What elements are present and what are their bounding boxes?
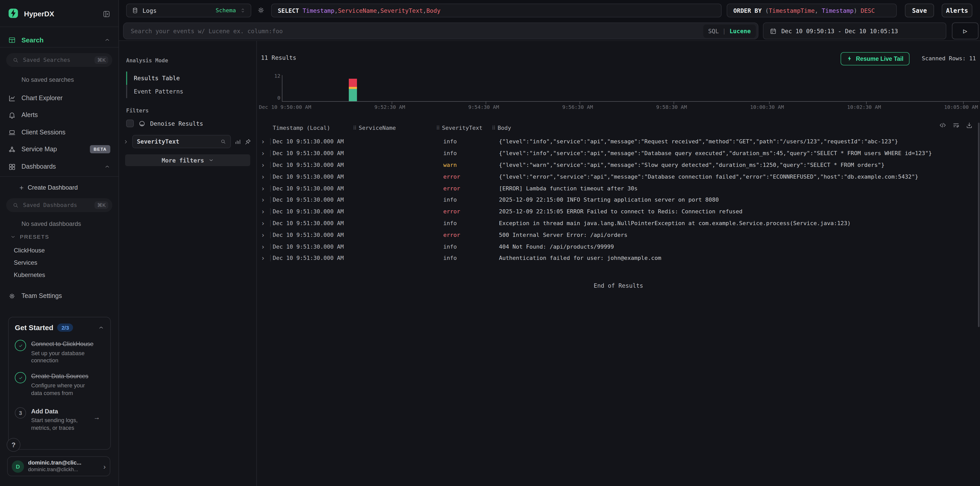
table-row[interactable]: › Dec 10 9:51:30.000 AM info 404 Not Fou… <box>257 241 980 252</box>
collapse-sidebar-icon[interactable] <box>103 10 110 18</box>
row-expand-chevron[interactable]: › <box>261 138 265 146</box>
sidebar-item-chart-explorer[interactable]: Chart Explorer <box>0 91 118 105</box>
table-row[interactable]: › Dec 10 9:51:30.000 AM error 2025-12-09… <box>257 206 980 218</box>
query-language-toggle[interactable]: SQL | Lucene <box>703 24 756 38</box>
preset-item-clickhouse[interactable]: ClickHouse <box>14 245 45 255</box>
saved-dashboards-input[interactable] <box>23 202 91 209</box>
sql-option[interactable]: SQL <box>708 27 719 35</box>
analysis-option-event-patterns[interactable]: Event Patterns <box>126 85 249 98</box>
dashboards-grid-icon <box>8 163 16 170</box>
filters-title: Filters <box>126 107 149 113</box>
table-row[interactable]: › Dec 10 9:51:30.000 AM info 2025-12-09 … <box>257 194 980 206</box>
analysis-option-results-table[interactable]: Results Table <box>126 72 249 85</box>
column-header-timestamp[interactable]: Timestamp (Local) <box>273 125 330 135</box>
drag-grip-icon[interactable]: ⠿ <box>492 125 496 131</box>
row-expand-chevron[interactable]: › <box>261 231 265 239</box>
row-expand-chevron[interactable]: › <box>261 161 265 169</box>
row-expand-chevron[interactable]: › <box>261 255 265 262</box>
table-row[interactable]: › Dec 10 9:51:30.000 AM error 500 Intern… <box>257 229 980 241</box>
search-events-input[interactable] <box>124 27 703 35</box>
get-started-step-connect[interactable]: Connect to ClickHouse Set up your databa… <box>15 339 104 365</box>
row-body: {"level":"error","service":"api","messag… <box>499 174 918 180</box>
row-expand-chevron[interactable]: › <box>261 243 265 250</box>
select-query-input[interactable]: SELECT Timestamp,ServiceName,SeverityTex… <box>271 3 722 18</box>
schema-value: Schema <box>216 7 236 14</box>
chevron-right-icon[interactable] <box>123 139 129 144</box>
row-expand-chevron[interactable]: › <box>261 150 265 157</box>
histogram[interactable] <box>282 76 979 101</box>
date-range-picker[interactable]: Dec 10 09:50:13 - Dec 10 10:05:13 <box>763 22 946 39</box>
table-row[interactable]: › Dec 10 9:51:30.000 AM error {"level":"… <box>257 171 980 183</box>
alerts-button[interactable]: Alerts <box>942 3 972 18</box>
column-header-servicename[interactable]: ⠿ServiceName <box>353 125 396 135</box>
row-expand-chevron[interactable]: › <box>261 185 265 192</box>
saved-searches-input[interactable] <box>23 57 91 64</box>
severity-filter-field[interactable]: SeverityText <box>132 135 231 148</box>
table-row[interactable]: › Dec 10 9:51:30.000 AM info Authenticat… <box>257 252 980 264</box>
table-row[interactable]: › Dec 10 9:51:30.000 AM warn {"level":"w… <box>257 159 980 171</box>
row-expand-chevron[interactable]: › <box>261 208 265 215</box>
wrap-text-icon[interactable] <box>953 122 959 129</box>
drag-grip-icon[interactable]: ⠿ <box>353 125 357 131</box>
table-row[interactable]: › Dec 10 9:51:30.000 AM info {"level":"i… <box>257 148 980 159</box>
order-by-input[interactable]: ORDER BY (TimestampTime, Timestamp) DESC <box>727 3 897 18</box>
search-icon[interactable] <box>220 139 226 145</box>
chevron-up-icon[interactable] <box>104 37 110 43</box>
search-events-bar[interactable]: SQL | Lucene <box>123 22 758 39</box>
row-timestamp: Dec 10 9:51:30.000 AM <box>273 208 344 215</box>
resume-live-tail-button[interactable]: Resume Live Tail <box>841 52 910 65</box>
sidebar-item-alerts[interactable]: Alerts <box>0 108 118 122</box>
query-token: TimestampTime <box>769 7 815 14</box>
run-query-play-button[interactable]: ▷ <box>952 22 978 39</box>
source-select[interactable]: Logs Schema <box>126 3 251 18</box>
column-header-body[interactable]: ⠿Body <box>492 125 511 135</box>
more-filters-button[interactable]: More filters <box>125 155 250 166</box>
table-row[interactable]: › Dec 10 9:51:30.000 AM info {"level":"i… <box>257 136 980 148</box>
get-started-step-add-data[interactable]: 3 Add Data Start sending logs, metrics, … <box>15 406 104 432</box>
table-row[interactable]: › Dec 10 9:51:30.000 AM error [ERROR] La… <box>257 182 980 194</box>
pin-icon[interactable] <box>245 138 251 145</box>
row-expand-chevron[interactable]: › <box>261 220 265 227</box>
source-settings-gear-icon[interactable] <box>257 6 265 14</box>
sidebar-item-service-map[interactable]: Service Map BETA <box>0 143 118 156</box>
create-dashboard-button[interactable]: + Create Dashboard <box>0 182 118 194</box>
row-expand-chevron[interactable]: › <box>261 173 265 181</box>
chevron-up-icon[interactable] <box>98 325 104 331</box>
analysis-mode-options: Results Table Event Patterns <box>126 72 249 98</box>
denoise-results-row[interactable]: Denoise Results <box>126 120 203 127</box>
sidebar-item-client-sessions[interactable]: Client Sessions <box>0 126 118 139</box>
presets-toggle[interactable]: PRESETS <box>10 234 49 240</box>
histogram-bar[interactable] <box>349 79 357 101</box>
preset-item-services[interactable]: Services <box>14 258 37 268</box>
saved-searches-search[interactable]: ⌘K <box>6 53 112 67</box>
query-token: ( <box>765 7 769 14</box>
preset-item-kubernetes[interactable]: Kubernetes <box>14 270 45 280</box>
scrollbar[interactable] <box>978 123 980 327</box>
analysis-mode-title: Analysis Mode <box>126 57 168 64</box>
code-view-icon[interactable] <box>939 122 946 129</box>
search-icon <box>12 202 19 209</box>
get-started-step-sources[interactable]: Create Data Sources Configure where your… <box>15 371 104 397</box>
drag-grip-icon[interactable]: ⠿ <box>436 125 440 131</box>
column-header-severitytext[interactable]: ⠿SeverityText <box>436 125 483 135</box>
chevron-up-icon[interactable] <box>104 164 110 170</box>
saved-dashboards-search[interactable]: ⌘K <box>6 198 112 212</box>
sidebar-item-dashboards[interactable]: Dashboards <box>0 160 118 173</box>
user-menu[interactable]: D dominic.tran@clic... dominic.tran@clic… <box>7 456 110 476</box>
bar-segment-warn <box>349 87 357 89</box>
sidebar-item-label: Search <box>21 36 99 44</box>
help-button[interactable]: ? <box>6 438 21 452</box>
chart-toggle-icon[interactable] <box>234 138 241 145</box>
sidebar-item-team-settings[interactable]: Team Settings <box>0 289 118 303</box>
table-row[interactable]: › Dec 10 9:51:30.000 AM info Exception i… <box>257 217 980 229</box>
save-button[interactable]: Save <box>905 3 934 18</box>
sidebar-item-search[interactable]: Search <box>0 33 118 47</box>
denoise-checkbox[interactable] <box>126 120 134 127</box>
lucene-option[interactable]: Lucene <box>730 27 751 35</box>
row-timestamp: Dec 10 9:51:30.000 AM <box>273 255 344 262</box>
download-icon[interactable] <box>966 122 973 129</box>
x-axis-label: 9:58:30 AM <box>656 104 687 110</box>
row-expand-chevron[interactable]: › <box>261 196 265 204</box>
table-toolbar <box>939 122 973 129</box>
resume-label: Resume Live Tail <box>856 56 904 62</box>
